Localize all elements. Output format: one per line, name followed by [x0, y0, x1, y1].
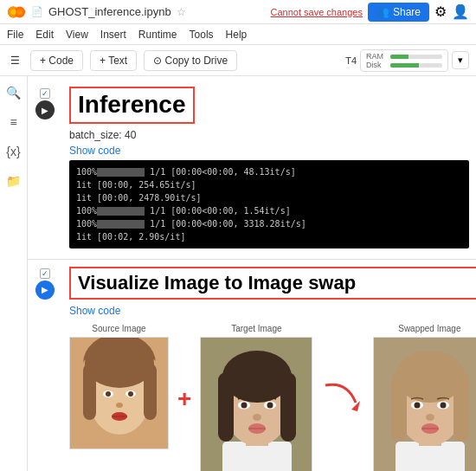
filename: GHOST_inference.ipynb [48, 5, 171, 18]
target-image-container: Target Image [200, 324, 312, 471]
file-icon: 📄 [31, 6, 43, 17]
batch-size-value: 40 [125, 129, 136, 141]
plus-sign: + [174, 385, 195, 413]
progress-bar-3 [97, 220, 145, 229]
run-inference-button[interactable]: ▶ [35, 100, 55, 119]
cell-gutter-inference: ✓ ▶ [28, 83, 62, 255]
batch-size-label: batch_size: [69, 129, 122, 141]
svg-point-3 [10, 9, 16, 14]
visualize-cell: ✓ ▶ Visualize Image to Image swap Show c… [28, 263, 476, 471]
svg-point-15 [128, 391, 133, 397]
cell-checkbox-2[interactable]: ✓ [40, 268, 50, 279]
connect-button[interactable]: ▾ [452, 51, 469, 69]
target-label: Target Image [231, 324, 281, 333]
show-code-inference[interactable]: Show code [69, 145, 469, 157]
svg-rect-41 [391, 372, 407, 442]
disk-label: Disk [366, 61, 387, 69]
svg-point-14 [106, 391, 111, 397]
output-line-5: 100% 1/1 [00:00<00:00, 3318.28it/s] [76, 217, 462, 230]
menu-tools[interactable]: Tools [190, 29, 214, 41]
svg-point-29 [241, 402, 248, 408]
svg-rect-25 [218, 372, 234, 442]
inference-cell: ✓ ▶ Inference batch_size: 40 Show code [28, 83, 476, 255]
title-bar: 📄 GHOST_inference.ipynb ☆ Cannot save ch… [0, 0, 476, 24]
menu-edit[interactable]: Edit [35, 29, 54, 41]
svg-point-30 [267, 402, 273, 408]
sidebar-toc-icon[interactable]: ≡ [4, 113, 23, 132]
inference-output: 100% 1/1 [00:00<00:00, 48.13it/s] 1it [0… [69, 160, 469, 248]
cell-divider [28, 259, 476, 260]
source-image-container: Source Image [69, 324, 169, 449]
check-icon-2: ✓ [42, 269, 48, 278]
cannot-save-link[interactable]: Cannot save changes [271, 7, 363, 17]
swapped-image-container: Swapped Image [373, 324, 476, 471]
visualize-cell-content: Visualize Image to Image swap Show code … [62, 263, 476, 471]
user-avatar[interactable]: 👤 [452, 3, 469, 20]
add-code-button[interactable]: + Code [30, 50, 83, 71]
ram-label: RAM [366, 52, 387, 61]
menu-insert[interactable]: Insert [100, 29, 126, 41]
progress-bar-2 [97, 207, 145, 216]
check-icon: ✓ [42, 89, 48, 98]
svg-rect-37 [396, 442, 465, 471]
svg-point-4 [16, 9, 22, 14]
visualize-title: Visualize Image to Image swap [78, 272, 356, 294]
notebook-content: ✓ ▶ Inference batch_size: 40 Show code [28, 76, 476, 471]
curved-arrow-svg [321, 377, 364, 420]
source-face-image [69, 337, 169, 449]
star-icon[interactable]: ☆ [177, 6, 186, 18]
batch-size-line: batch_size: 40 [69, 129, 469, 141]
swapped-face-svg [374, 338, 476, 471]
progress-bar-1 [97, 168, 145, 177]
ram-disk-indicator: RAM Disk [360, 49, 448, 72]
svg-point-31 [253, 414, 261, 421]
people-icon: 👥 [376, 6, 389, 18]
disk-progress-bar [390, 63, 442, 68]
share-button[interactable]: 👥 Share [368, 3, 429, 22]
menu-runtime[interactable]: Runtime [138, 29, 177, 41]
inference-header-box: Inference [69, 87, 195, 124]
cell-gutter-visualize: ✓ ▶ [28, 263, 62, 471]
visualize-header-box: Visualize Image to Image swap [69, 267, 476, 300]
swapped-label: Swapped Image [398, 324, 460, 333]
show-code-visualize[interactable]: Show code [69, 305, 476, 317]
inference-title: Inference [78, 92, 186, 119]
sidebar-search-icon[interactable]: 🔍 [4, 83, 23, 102]
notebook-area: 🔍 ≡ {x} 📁 ✓ ▶ Inference batch_size: [0, 76, 476, 471]
svg-rect-21 [222, 442, 292, 471]
output-line-2: 1it [00:00, 254.65it/s] [76, 178, 462, 191]
sidebar-files-icon[interactable]: 📁 [4, 171, 23, 190]
colab-logo [7, 3, 26, 22]
sidebar-toggle[interactable]: ☰ [7, 51, 23, 70]
source-label: Source Image [92, 324, 145, 333]
toolbar: ☰ + Code + Text ⊙ Copy to Drive T4 RAM D… [0, 45, 476, 76]
svg-rect-26 [280, 372, 296, 442]
settings-icon[interactable]: ⚙ [434, 3, 447, 20]
svg-rect-10 [83, 364, 96, 420]
sidebar-code-icon[interactable]: {x} [4, 142, 23, 161]
resource-indicator: T4 RAM Disk ▾ [345, 49, 469, 72]
ram-progress-bar [390, 55, 442, 59]
cell-checkbox[interactable]: ✓ [40, 88, 50, 99]
svg-rect-42 [453, 372, 469, 442]
menu-bar: File Edit View Insert Runtime Tools Help [0, 24, 476, 45]
output-line-3: 1it [00:00, 2478.90it/s] [76, 191, 462, 204]
copy-to-drive-button[interactable]: ⊙ Copy to Drive [144, 50, 237, 71]
svg-point-16 [116, 403, 123, 408]
menu-help[interactable]: Help [226, 29, 248, 41]
images-output-area: Source Image [69, 320, 476, 471]
swapped-face-image [373, 337, 476, 471]
menu-file[interactable]: File [7, 29, 23, 41]
svg-point-45 [415, 402, 421, 408]
output-line-6: 1it [00:02, 2.90s/it] [76, 230, 462, 243]
output-line-4: 100% 1/1 [00:00<00:00, 1.54it/s] [76, 204, 462, 217]
add-text-button[interactable]: + Text [90, 50, 137, 71]
output-line-1: 100% 1/1 [00:00<00:00, 48.13it/s] [76, 165, 462, 178]
menu-view[interactable]: View [66, 29, 88, 41]
inference-cell-content: Inference batch_size: 40 Show code 100% … [62, 83, 476, 255]
svg-rect-11 [144, 364, 157, 420]
t4-label: T4 [345, 55, 357, 66]
svg-point-46 [441, 402, 447, 408]
run-visualize-button[interactable]: ▶ [35, 281, 55, 300]
target-face-svg [201, 338, 312, 471]
